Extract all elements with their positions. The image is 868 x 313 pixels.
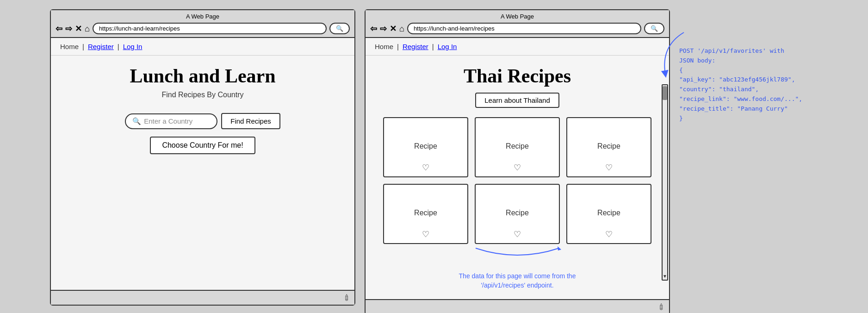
- search-input-wrapper[interactable]: 🔍 Enter a Country: [125, 113, 217, 129]
- right-close-button[interactable]: ✕: [390, 25, 397, 33]
- curved-arrow-svg: [448, 246, 587, 264]
- recipe-label-6: Recipe: [597, 209, 620, 217]
- right-scrollbar[interactable]: ▼: [662, 84, 668, 281]
- recipe-card-4: Recipe ♡: [383, 184, 468, 244]
- search-icon: 🔍: [132, 117, 141, 125]
- heart-icon-6[interactable]: ♡: [605, 229, 613, 239]
- left-close-button[interactable]: ✕: [75, 25, 82, 33]
- left-address-bar[interactable]: [93, 23, 327, 34]
- left-page-title: Lunch and Learn: [130, 65, 275, 87]
- left-page-content: Lunch and Learn Find Recipes By Country …: [51, 56, 354, 290]
- right-forward-button[interactable]: ⇨: [380, 25, 387, 33]
- data-note: The data for this page will come from th…: [459, 272, 576, 290]
- data-note-line2: '/api/v1/recipes' endpoint.: [481, 282, 553, 289]
- right-nav-register[interactable]: Register: [403, 43, 428, 50]
- page-wrapper: A Web Page ⇦ ⇨ ✕ ⌂ 🔍 Home | Register | L…: [50, 9, 818, 313]
- right-statusbar: ✐: [366, 299, 669, 313]
- curved-arrow-container: [375, 246, 660, 264]
- annotation-line8: }: [679, 115, 683, 122]
- scrollbar-thumb[interactable]: [663, 86, 667, 100]
- right-statusbar-icon: ✐: [656, 301, 668, 313]
- heart-icon-1[interactable]: ♡: [422, 163, 429, 173]
- left-site-nav: Home | Register | Log In: [51, 38, 354, 56]
- recipes-grid: Recipe ♡ Recipe ♡ Recipe ♡ Recipe ♡: [383, 117, 651, 244]
- right-browser-toolbar: ⇦ ⇨ ✕ ⌂ 🔍: [370, 23, 664, 34]
- annotation-area: POST '/api/v1/favorites' with JSON body:…: [679, 9, 818, 123]
- right-nav-home[interactable]: Home: [375, 43, 393, 50]
- left-search-button[interactable]: 🔍: [329, 23, 350, 34]
- find-recipes-button[interactable]: Find Recipes: [221, 113, 280, 129]
- left-statusbar-icon: ✐: [341, 292, 353, 304]
- left-nav-register[interactable]: Register: [88, 43, 114, 50]
- recipe-label-2: Recipe: [506, 142, 529, 150]
- recipe-card-1: Recipe ♡: [383, 117, 468, 177]
- right-page-title: Thai Recipes: [464, 65, 571, 87]
- recipe-card-2: Recipe ♡: [475, 117, 560, 177]
- left-nav-home[interactable]: Home: [60, 43, 79, 50]
- recipe-label-3: Recipe: [597, 142, 620, 150]
- search-placeholder-text: Enter a Country: [144, 117, 192, 125]
- heart-icon-5[interactable]: ♡: [514, 229, 521, 239]
- heart-icon-4[interactable]: ♡: [422, 229, 429, 239]
- left-forward-button[interactable]: ⇨: [65, 25, 72, 33]
- left-browser-toolbar: ⇦ ⇨ ✕ ⌂ 🔍: [56, 23, 350, 34]
- recipe-card-5: Recipe ♡: [475, 184, 560, 244]
- left-browser-window: A Web Page ⇦ ⇨ ✕ ⌂ 🔍 Home | Register | L…: [50, 9, 355, 306]
- left-page-subtitle: Find Recipes By Country: [162, 91, 244, 99]
- annotation-line5: "country": "thailand",: [679, 86, 759, 93]
- right-home-button[interactable]: ⌂: [399, 25, 404, 33]
- right-site-nav: Home | Register | Log In: [366, 38, 669, 56]
- heart-icon-3[interactable]: ♡: [605, 163, 613, 173]
- right-browser-title: A Web Page: [370, 13, 664, 20]
- recipe-card-6: Recipe ♡: [566, 184, 651, 244]
- right-page-content: Thai Recipes Learn about Thailand Recipe…: [366, 56, 669, 299]
- annotation-line4: "api_key": "abc123efg456jkl789",: [679, 76, 795, 83]
- left-browser-title: A Web Page: [56, 13, 350, 20]
- search-form: 🔍 Enter a Country Find Recipes: [125, 113, 280, 129]
- annotation-text: POST '/api/v1/favorites' with JSON body:…: [679, 46, 818, 123]
- annotation-arrow-svg: [651, 28, 688, 83]
- choose-country-button[interactable]: Choose Country For me!: [150, 137, 255, 154]
- scrollbar-down-arrow[interactable]: ▼: [663, 274, 667, 279]
- recipe-label-4: Recipe: [414, 209, 437, 217]
- left-home-button[interactable]: ⌂: [85, 25, 90, 33]
- right-address-bar[interactable]: [407, 23, 641, 34]
- data-note-line1: The data for this page will come from th…: [459, 272, 576, 280]
- learn-about-thailand-button[interactable]: Learn about Thailand: [475, 93, 559, 108]
- right-content-area: Home | Register | Log In Thai Recipes Le…: [366, 38, 669, 299]
- heart-icon-2[interactable]: ♡: [514, 163, 521, 173]
- left-back-button[interactable]: ⇦: [56, 25, 62, 33]
- right-browser-window: A Web Page ⇦ ⇨ ✕ ⌂ 🔍 Home | Register | L…: [365, 9, 670, 313]
- annotation-line6: "recipe_link": "www.food.com/...",: [679, 95, 802, 102]
- annotation-line1: POST '/api/v1/favorites' with: [679, 47, 784, 54]
- left-content-area: Home | Register | Log In Lunch and Learn…: [51, 38, 354, 290]
- left-browser-chrome: A Web Page ⇦ ⇨ ✕ ⌂ 🔍: [51, 10, 354, 38]
- recipe-card-3: Recipe ♡: [566, 117, 651, 177]
- recipe-label-5: Recipe: [506, 209, 529, 217]
- svg-marker-0: [558, 246, 561, 250]
- annotation-line7: "recipe_title": "Panang Curry": [679, 105, 788, 112]
- right-browser-chrome: A Web Page ⇦ ⇨ ✕ ⌂ 🔍: [366, 10, 669, 38]
- right-back-button[interactable]: ⇦: [370, 25, 377, 33]
- recipe-label-1: Recipe: [414, 142, 437, 150]
- left-statusbar: ✐: [51, 290, 354, 305]
- right-nav-login[interactable]: Log In: [438, 43, 457, 50]
- left-nav-login[interactable]: Log In: [123, 43, 143, 50]
